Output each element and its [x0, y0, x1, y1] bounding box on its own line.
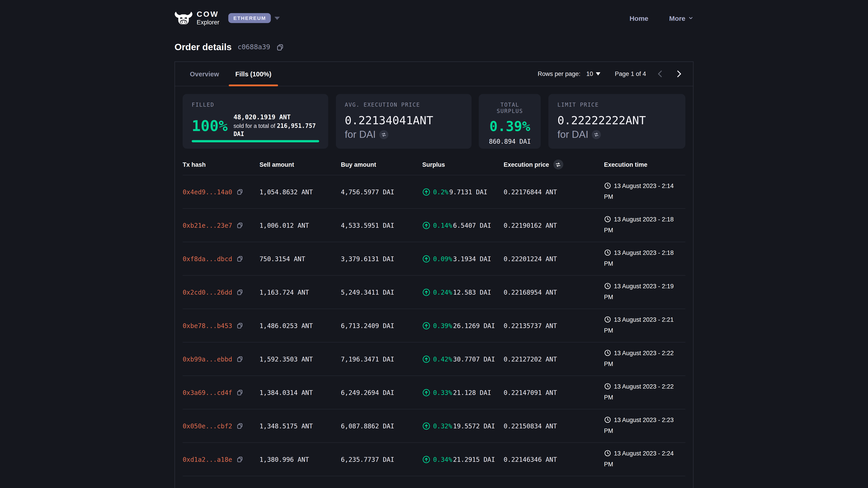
- execution-time-cell: 13 August 2023 - 2:22 PM: [604, 349, 684, 369]
- copy-tx-hash-icon[interactable]: [236, 356, 243, 362]
- logo-subtitle: Explorer: [197, 19, 219, 26]
- tab-overview[interactable]: Overview: [183, 62, 226, 86]
- column-buy-amount: Buy amount: [341, 161, 422, 168]
- nav-more[interactable]: More: [669, 14, 693, 22]
- copy-tx-hash-icon[interactable]: [236, 322, 243, 329]
- network-caret-icon: [275, 17, 280, 20]
- cow-explorer-screen: COW Explorer ETHEREUM Home More: [0, 0, 868, 488]
- surplus-percent: 0.33%: [433, 389, 452, 396]
- surplus-amount: 9.7131 DAI: [449, 188, 487, 195]
- copy-tx-hash-icon[interactable]: [236, 188, 243, 195]
- page-title: Order details: [175, 41, 232, 53]
- fill-row: 0xd1a2...a18e 1,380.996 ANT 6,235.7737 D…: [183, 443, 685, 476]
- tab-bar: Overview Fills (100%) Rows per page: 10 …: [175, 62, 693, 86]
- surplus-amount: 19.5572 DAI: [453, 422, 495, 429]
- column-sell-amount: Sell amount: [259, 161, 341, 168]
- filled-amount: 48,020.1919 ANT: [234, 113, 319, 122]
- tx-hash-link[interactable]: 0xbe78...b453: [183, 322, 232, 329]
- surplus-amount: 3.1934 DAI: [453, 255, 491, 262]
- pagination: Rows per page: 10 Page 1 of 4: [538, 68, 685, 80]
- execution-time-text: 13 August 2023 - 2:24 PM: [604, 450, 674, 468]
- buy-amount-cell: 5,249.3411 DAI: [341, 289, 422, 296]
- logo[interactable]: COW Explorer: [175, 10, 219, 26]
- network-badge[interactable]: ETHEREUM: [228, 13, 271, 23]
- tx-hash-link[interactable]: 0xb99a...ebbd: [183, 355, 232, 363]
- copy-tx-hash-icon[interactable]: [236, 389, 243, 396]
- surplus-cell: 0.33% 21.128 DAI: [422, 388, 504, 396]
- order-id: c0688a39: [238, 43, 270, 51]
- total-surplus-percent: 0.39%: [488, 119, 532, 134]
- surplus-up-arrow-icon: [422, 455, 430, 463]
- clock-icon: [604, 416, 611, 427]
- surplus-percent: 0.2%: [433, 188, 448, 195]
- rows-per-page-select[interactable]: 10: [586, 70, 600, 77]
- avg-price-value: 0.22134041ANT: [345, 114, 462, 127]
- filled-detail: 48,020.1919 ANT sold for a total of 216,…: [234, 113, 319, 138]
- previous-page-button[interactable]: [654, 68, 666, 80]
- swap-currency-icon[interactable]: [592, 130, 601, 139]
- surplus-percent: 0.42%: [433, 355, 452, 363]
- filled-sold-prefix: sold for a total of: [234, 123, 277, 129]
- next-page-button[interactable]: [673, 68, 685, 80]
- surplus-amount: 30.7707 DAI: [453, 355, 495, 363]
- copy-order-id-icon[interactable]: [276, 43, 284, 51]
- copy-tx-hash-icon[interactable]: [236, 289, 243, 295]
- swap-currency-icon[interactable]: [379, 130, 388, 139]
- tab-fills[interactable]: Fills (100%): [228, 62, 278, 86]
- surplus-amount: 12.583 DAI: [453, 289, 491, 296]
- buy-amount-cell: 6,235.7737 DAI: [341, 456, 422, 463]
- column-execution-time: Execution time: [604, 161, 684, 168]
- tx-hash-link[interactable]: 0xf8da...dbcd: [183, 255, 232, 262]
- tx-hash-link[interactable]: 0x3a69...cd4f: [183, 389, 232, 396]
- surplus-up-arrow-icon: [422, 221, 430, 229]
- tx-hash-link[interactable]: 0x2cd0...26dd: [183, 289, 232, 296]
- copy-tx-hash-icon[interactable]: [236, 422, 243, 429]
- clock-icon: [604, 450, 611, 460]
- copy-tx-hash-icon[interactable]: [236, 222, 243, 229]
- fill-row: 0x050e...cbf2 1,348.5175 ANT 6,087.8862 …: [183, 410, 685, 443]
- execution-time-text: 13 August 2023 - 2:18 PM: [604, 216, 674, 234]
- execution-time-cell: 13 August 2023 - 2:14 PM: [604, 182, 684, 202]
- copy-tx-hash-icon[interactable]: [236, 456, 243, 463]
- surplus-amount: 6.5407 DAI: [453, 222, 491, 229]
- clock-icon: [604, 216, 611, 226]
- execution-price-cell: 0.22146346 ANT: [504, 456, 604, 463]
- tx-hash-link[interactable]: 0xb21e...23e7: [183, 222, 232, 229]
- execution-time-text: 13 August 2023 - 2:21 PM: [604, 316, 674, 334]
- surplus-percent: 0.34%: [433, 456, 452, 463]
- brand-area: COW Explorer ETHEREUM: [175, 10, 280, 26]
- network-selector[interactable]: ETHEREUM: [228, 13, 280, 23]
- stat-cards: FILLED 100% 48,020.1919 ANT sold for a t…: [175, 86, 693, 149]
- execution-price-cell: 0.22190162 ANT: [504, 222, 604, 229]
- tx-hash-link[interactable]: 0x4ed9...14a0: [183, 188, 232, 195]
- execution-time-cell: 13 August 2023 - 2:23 PM: [604, 416, 684, 436]
- execution-time-cell: 13 August 2023 - 2:18 PM: [604, 215, 684, 235]
- invert-price-icon[interactable]: [553, 160, 563, 169]
- surplus-amount: 21.2915 DAI: [453, 456, 495, 463]
- fill-row: 0x2cd0...26dd 1,163.724 ANT 5,249.3411 D…: [183, 275, 685, 309]
- copy-tx-hash-icon[interactable]: [236, 255, 243, 262]
- surplus-cell: 0.42% 30.7707 DAI: [422, 355, 504, 363]
- nav-home[interactable]: Home: [629, 14, 648, 22]
- fill-row: 0xf8da...dbcd 750.3154 ANT 3,379.6131 DA…: [183, 242, 685, 275]
- tx-hash-link[interactable]: 0x050e...cbf2: [183, 422, 232, 429]
- logo-wordmark: COW Explorer: [197, 10, 219, 26]
- buy-amount-cell: 6,249.2694 DAI: [341, 389, 422, 396]
- sell-amount-cell: 1,486.0253 ANT: [259, 322, 341, 329]
- surplus-amount: 26.1269 DAI: [453, 322, 495, 329]
- column-surplus: Surplus: [422, 161, 504, 168]
- clock-icon: [604, 249, 611, 259]
- column-execution-price: Execution price: [504, 160, 604, 169]
- tx-hash-cell: 0xb99a...ebbd: [183, 355, 259, 363]
- tx-hash-link[interactable]: 0xd1a2...a18e: [183, 456, 232, 463]
- tx-hash-cell: 0x4ed9...14a0: [183, 188, 259, 195]
- order-panel: Overview Fills (100%) Rows per page: 10 …: [175, 61, 693, 488]
- execution-time-text: 13 August 2023 - 2:19 PM: [604, 283, 674, 300]
- surplus-percent: 0.14%: [433, 222, 452, 229]
- avg-execution-price-card: AVG. EXECUTION PRICE 0.22134041ANT for D…: [336, 94, 471, 149]
- tabs: Overview Fills (100%): [183, 62, 278, 86]
- filled-card: FILLED 100% 48,020.1919 ANT sold for a t…: [183, 94, 328, 149]
- fill-row: 0xbe78...b453 1,486.0253 ANT 6,713.2409 …: [183, 309, 685, 343]
- clock-icon: [604, 283, 611, 293]
- fill-row: 0x4ed9...14a0 1,054.8632 ANT 4,756.5977 …: [183, 175, 685, 209]
